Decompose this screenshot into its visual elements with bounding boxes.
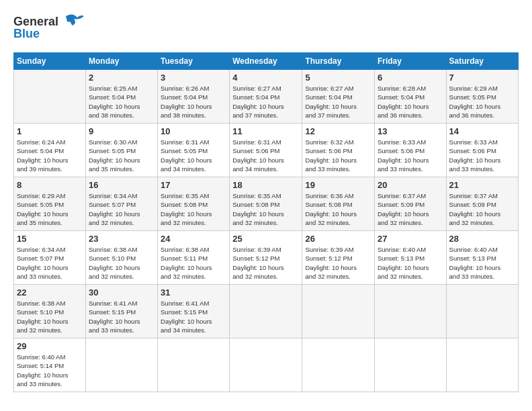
- logo-text: General Blue: [13, 11, 87, 47]
- day-info: Sunrise: 6:38 AMSunset: 5:10 PMDaylight:…: [89, 245, 154, 281]
- calendar-cell: 18Sunrise: 6:35 AMSunset: 5:08 PMDayligh…: [230, 177, 302, 231]
- header-row: SundayMondayTuesdayWednesdayThursdayFrid…: [14, 53, 519, 70]
- calendar-cell: 27Sunrise: 6:40 AMSunset: 5:13 PMDayligh…: [374, 231, 446, 285]
- calendar-cell: 9Sunrise: 6:30 AMSunset: 5:05 PMDaylight…: [85, 124, 157, 177]
- day-number: 28: [449, 234, 515, 244]
- day-number: 30: [89, 287, 154, 298]
- calendar-cell: 7Sunrise: 6:29 AMSunset: 5:05 PMDaylight…: [446, 70, 518, 124]
- calendar-cell: 28Sunrise: 6:40 AMSunset: 5:13 PMDayligh…: [446, 231, 518, 285]
- day-number: 31: [161, 287, 226, 298]
- calendar-body: 2Sunrise: 6:25 AMSunset: 5:04 PMDaylight…: [14, 70, 519, 392]
- calendar-cell: 23Sunrise: 6:38 AMSunset: 5:10 PMDayligh…: [85, 231, 157, 285]
- day-info: Sunrise: 6:40 AMSunset: 5:13 PMDaylight:…: [449, 245, 515, 281]
- calendar-cell: [158, 338, 230, 392]
- day-number: 8: [17, 180, 83, 190]
- day-number: 11: [232, 126, 299, 136]
- calendar-cell: 19Sunrise: 6:36 AMSunset: 5:08 PMDayligh…: [302, 177, 375, 231]
- day-info: Sunrise: 6:40 AMSunset: 5:14 PMDaylight:…: [17, 353, 83, 388]
- calendar-cell: [230, 338, 302, 392]
- day-number: 5: [305, 73, 371, 83]
- header-cell-wednesday: Wednesday: [230, 53, 302, 70]
- day-number: 12: [305, 126, 371, 136]
- day-number: 21: [449, 180, 515, 190]
- day-number: 6: [378, 73, 443, 83]
- calendar-row: 22Sunrise: 6:38 AMSunset: 5:10 PMDayligh…: [14, 285, 519, 338]
- calendar-cell: [374, 285, 446, 338]
- calendar-cell: 1Sunrise: 6:24 AMSunset: 5:04 PMDaylight…: [14, 124, 86, 177]
- calendar-cell: 24Sunrise: 6:38 AMSunset: 5:11 PMDayligh…: [158, 231, 230, 285]
- calendar-table: SundayMondayTuesdayWednesdayThursdayFrid…: [13, 52, 519, 392]
- day-info: Sunrise: 6:33 AMSunset: 5:06 PMDaylight:…: [378, 138, 443, 173]
- day-number: 27: [378, 234, 443, 244]
- day-info: Sunrise: 6:40 AMSunset: 5:13 PMDaylight:…: [378, 245, 443, 281]
- header-cell-thursday: Thursday: [302, 53, 375, 70]
- day-info: Sunrise: 6:37 AMSunset: 5:09 PMDaylight:…: [449, 191, 515, 227]
- day-info: Sunrise: 6:29 AMSunset: 5:05 PMDaylight:…: [17, 191, 83, 227]
- day-number: 24: [161, 234, 226, 244]
- header-cell-saturday: Saturday: [446, 53, 518, 70]
- day-number: 9: [89, 126, 154, 136]
- day-info: Sunrise: 6:35 AMSunset: 5:08 PMDaylight:…: [161, 191, 226, 227]
- calendar-cell: [14, 70, 86, 124]
- day-number: 4: [232, 73, 299, 83]
- day-info: Sunrise: 6:41 AMSunset: 5:15 PMDaylight:…: [89, 299, 154, 334]
- day-info: Sunrise: 6:32 AMSunset: 5:06 PMDaylight:…: [305, 138, 371, 173]
- calendar-cell: [85, 338, 157, 392]
- day-info: Sunrise: 6:34 AMSunset: 5:07 PMDaylight:…: [89, 191, 154, 227]
- calendar-cell: 12Sunrise: 6:32 AMSunset: 5:06 PMDayligh…: [302, 124, 375, 177]
- calendar-cell: 30Sunrise: 6:41 AMSunset: 5:15 PMDayligh…: [85, 285, 157, 338]
- calendar-row: 2Sunrise: 6:25 AMSunset: 5:04 PMDaylight…: [14, 70, 519, 124]
- day-info: Sunrise: 6:29 AMSunset: 5:05 PMDaylight:…: [449, 84, 515, 120]
- calendar-cell: 29Sunrise: 6:40 AMSunset: 5:14 PMDayligh…: [14, 338, 86, 392]
- calendar-cell: [374, 338, 446, 392]
- day-info: Sunrise: 6:39 AMSunset: 5:12 PMDaylight:…: [232, 245, 299, 281]
- calendar-cell: 14Sunrise: 6:33 AMSunset: 5:06 PMDayligh…: [446, 124, 518, 177]
- day-number: 22: [17, 287, 83, 298]
- day-info: Sunrise: 6:30 AMSunset: 5:05 PMDaylight:…: [89, 138, 154, 173]
- calendar-row: 29Sunrise: 6:40 AMSunset: 5:14 PMDayligh…: [14, 338, 519, 392]
- calendar-row: 8Sunrise: 6:29 AMSunset: 5:05 PMDaylight…: [14, 177, 519, 231]
- day-number: 18: [232, 180, 299, 190]
- calendar-cell: 26Sunrise: 6:39 AMSunset: 5:12 PMDayligh…: [302, 231, 375, 285]
- day-number: 26: [305, 234, 371, 244]
- calendar-cell: [446, 285, 518, 338]
- header-cell-sunday: Sunday: [14, 53, 86, 70]
- calendar-cell: 4Sunrise: 6:27 AMSunset: 5:04 PMDaylight…: [230, 70, 302, 124]
- svg-text:General: General: [13, 15, 58, 28]
- calendar-cell: 3Sunrise: 6:26 AMSunset: 5:04 PMDaylight…: [158, 70, 230, 124]
- calendar-cell: 25Sunrise: 6:39 AMSunset: 5:12 PMDayligh…: [230, 231, 302, 285]
- header: General Blue: [13, 11, 519, 47]
- calendar-cell: 22Sunrise: 6:38 AMSunset: 5:10 PMDayligh…: [14, 285, 86, 338]
- calendar-cell: 10Sunrise: 6:31 AMSunset: 5:05 PMDayligh…: [158, 124, 230, 177]
- day-number: 13: [378, 126, 443, 136]
- calendar-cell: 31Sunrise: 6:41 AMSunset: 5:15 PMDayligh…: [158, 285, 230, 338]
- day-info: Sunrise: 6:33 AMSunset: 5:06 PMDaylight:…: [449, 138, 515, 173]
- day-info: Sunrise: 6:39 AMSunset: 5:12 PMDaylight:…: [305, 245, 371, 281]
- day-number: 19: [305, 180, 371, 190]
- day-info: Sunrise: 6:31 AMSunset: 5:05 PMDaylight:…: [161, 138, 226, 173]
- calendar-header: SundayMondayTuesdayWednesdayThursdayFrid…: [14, 53, 519, 70]
- day-info: Sunrise: 6:38 AMSunset: 5:10 PMDaylight:…: [17, 299, 83, 334]
- day-number: 10: [161, 126, 226, 136]
- calendar-cell: 21Sunrise: 6:37 AMSunset: 5:09 PMDayligh…: [446, 177, 518, 231]
- calendar-cell: 11Sunrise: 6:31 AMSunset: 5:06 PMDayligh…: [230, 124, 302, 177]
- day-number: 25: [232, 234, 299, 244]
- day-number: 23: [89, 234, 154, 244]
- logo: General Blue: [13, 11, 87, 47]
- calendar-cell: 5Sunrise: 6:27 AMSunset: 5:04 PMDaylight…: [302, 70, 375, 124]
- calendar-cell: [302, 338, 375, 392]
- calendar-row: 1Sunrise: 6:24 AMSunset: 5:04 PMDaylight…: [14, 124, 519, 177]
- day-info: Sunrise: 6:41 AMSunset: 5:15 PMDaylight:…: [161, 299, 226, 334]
- header-cell-friday: Friday: [374, 53, 446, 70]
- day-number: 1: [17, 126, 83, 136]
- header-cell-monday: Monday: [85, 53, 157, 70]
- day-info: Sunrise: 6:31 AMSunset: 5:06 PMDaylight:…: [232, 138, 299, 173]
- day-info: Sunrise: 6:38 AMSunset: 5:11 PMDaylight:…: [161, 245, 226, 281]
- calendar-cell: [446, 338, 518, 392]
- calendar-cell: 16Sunrise: 6:34 AMSunset: 5:07 PMDayligh…: [85, 177, 157, 231]
- day-info: Sunrise: 6:34 AMSunset: 5:07 PMDaylight:…: [17, 245, 83, 281]
- calendar-cell: 13Sunrise: 6:33 AMSunset: 5:06 PMDayligh…: [374, 124, 446, 177]
- day-info: Sunrise: 6:35 AMSunset: 5:08 PMDaylight:…: [232, 191, 299, 227]
- calendar-cell: 6Sunrise: 6:28 AMSunset: 5:04 PMDaylight…: [374, 70, 446, 124]
- day-number: 17: [161, 180, 226, 190]
